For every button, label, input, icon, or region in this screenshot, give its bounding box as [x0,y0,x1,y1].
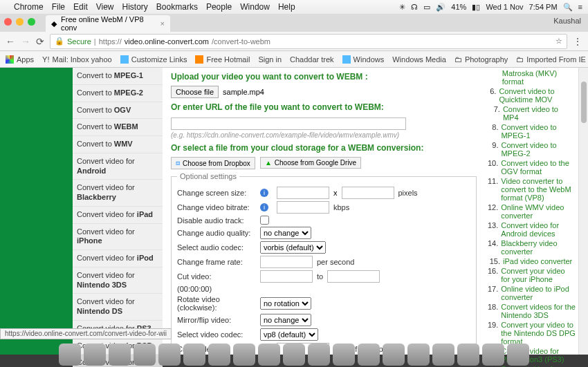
bluetooth-icon[interactable]: ✳ [399,3,405,12]
bookmark-ie[interactable]: 🗀Imported From IE [516,55,586,64]
dock-terminal-icon[interactable] [457,344,479,366]
related-link[interactable]: Convert your video for your iPhone [501,267,576,283]
related-link[interactable]: Convert video to MP4 [503,105,576,122]
dock-appstore-icon[interactable] [383,344,405,366]
dock-chrome-icon[interactable] [134,344,156,366]
height-input[interactable] [342,187,394,199]
dock-lightroom-icon[interactable] [407,344,430,366]
related-link[interactable]: Online WMV video converter [501,203,576,220]
framerate-input[interactable] [260,256,313,268]
format-item[interactable]: Convert video for iPod [73,250,163,267]
battery-icon[interactable]: ▮▯ [472,3,480,12]
related-link[interactable]: Convert video to the OGV format [501,159,576,176]
dropbox-button[interactable]: ⧈Choose from Dropbox [171,157,255,169]
browser-tab[interactable]: ◆ Free online WebM / VP8 conv × [46,15,170,32]
format-item[interactable]: Convert to MPEG-2 [73,85,163,102]
dock-photos-icon[interactable] [308,344,330,366]
bookmark-star-icon[interactable]: ☆ [555,37,562,46]
scrollbar-thumb[interactable] [581,82,587,123]
zoom-window-button[interactable] [28,18,35,26]
vertical-scrollbar[interactable] [578,68,588,355]
back-button[interactable]: ← [6,36,15,47]
cut-to-input[interactable] [327,270,380,283]
dock-finder-icon[interactable] [59,344,81,366]
format-item[interactable]: Convert to WEBM [73,119,163,136]
dock-systemprefs-icon[interactable] [482,344,504,366]
dock-itunes-icon[interactable] [432,344,454,366]
close-window-button[interactable] [4,18,12,26]
width-input[interactable] [277,187,329,199]
related-link[interactable]: Video converter to convert to the WebM f… [501,177,576,202]
audio-codec-select[interactable]: vorbis (default) [260,241,326,254]
dock-reminders-icon[interactable] [258,344,280,366]
volume-icon[interactable]: 🔊 [436,3,445,12]
dock-safari-icon[interactable] [109,344,131,366]
audio-quality-select[interactable]: no change [260,227,311,239]
related-link[interactable]: Convert video to MPEG-2 [501,141,576,158]
spotlight-icon[interactable]: 🔍 [563,3,573,12]
related-link[interactable]: Convert video for Android devices [501,221,576,238]
forward-button[interactable]: → [21,36,30,47]
disable-audio-checkbox[interactable] [260,216,269,225]
url-field[interactable]: 🔒 Secure | https://video.online-convert.… [50,34,567,49]
clock-date[interactable]: Wed 1 Nov [486,3,523,11]
minimize-window-button[interactable] [16,18,24,26]
menu-people[interactable]: People [206,2,232,12]
format-item[interactable]: Convert video for Nintendo 3DS [73,267,163,294]
menu-view[interactable]: View [96,2,114,12]
related-link[interactable]: Convert video to Quicktime MOV [499,87,576,104]
bookmark-trek[interactable]: Chaddar trek [290,55,334,64]
bitrate-input[interactable] [277,201,329,214]
info-icon[interactable]: i [260,203,268,211]
menu-file[interactable]: File [52,2,65,12]
dock-launchpad-icon[interactable] [84,344,106,366]
dock-contacts-icon[interactable] [233,344,255,366]
dock-calendar-icon[interactable] [208,344,230,366]
format-item[interactable]: Convert video for Android [73,153,163,180]
dock-mail-icon[interactable] [158,344,181,366]
format-item[interactable]: Convert to OGV [73,102,163,120]
related-link[interactable]: Online video to iPod converter [501,285,576,301]
menu-bookmarks[interactable]: Bookmarks [156,2,198,12]
menu-window[interactable]: Window [240,2,270,12]
menu-history[interactable]: History [122,2,148,12]
related-link[interactable]: Convert video to MPEG-1 [501,123,576,140]
format-item[interactable]: Convert to WMV [73,136,163,153]
profile-label[interactable]: Kaushal [553,17,581,25]
bookmark-yahoo[interactable]: Y!Mail: Inbox yahoo [42,55,112,64]
menu-help[interactable]: Help [278,2,295,12]
format-item[interactable]: Convert to MPEG-1 [73,68,163,85]
wifi-icon[interactable]: ☊ [411,3,418,12]
menu-chrome[interactable]: Chrome [14,2,44,12]
related-link[interactable]: Convert videos for the Nintendo 3DS [501,303,576,319]
related-link[interactable]: Blackberry video converter [501,239,576,256]
bookmark-signin[interactable]: Sign in [258,55,282,64]
dock-notes-icon[interactable] [183,344,205,366]
close-tab-icon[interactable]: × [160,19,165,28]
mirror-select[interactable]: no change [260,314,311,326]
menu-icon[interactable]: ≡ [578,3,582,11]
source-url-input[interactable] [171,117,406,130]
display-icon[interactable]: ▭ [423,3,430,12]
bookmark-customize[interactable]: Customize Links [120,55,187,64]
dock-preview-icon[interactable] [283,344,305,366]
bookmark-photo[interactable]: 🗀Photography [454,55,508,64]
dock-maps-icon[interactable] [358,344,380,366]
cut-from-input[interactable] [260,270,313,283]
rotate-select[interactable]: no rotation [260,297,311,310]
menu-edit[interactable]: Edit [73,2,88,12]
info-icon[interactable]: i [260,189,268,197]
menu-button[interactable]: ⋮ [573,36,582,47]
dock-trash-icon[interactable] [507,344,529,366]
format-item[interactable]: Convert video for Nintendo DS [73,294,163,321]
reload-button[interactable]: ⟳ [36,36,44,47]
bookmark-winmedia[interactable]: Windows Media [392,55,446,64]
bookmark-apps[interactable]: Apps [6,55,34,64]
related-link[interactable]: iPad video converter [503,257,572,265]
gdrive-button[interactable]: ▲Choose from Google Drive [260,157,361,169]
format-item[interactable]: Convert video for Blackberry [73,180,163,207]
format-item[interactable]: Convert video for iPad [73,207,163,224]
clock-time[interactable]: 7:54 PM [529,3,558,11]
bookmark-windows[interactable]: Windows [342,55,385,64]
choose-file-button[interactable]: Choose file [171,86,219,98]
